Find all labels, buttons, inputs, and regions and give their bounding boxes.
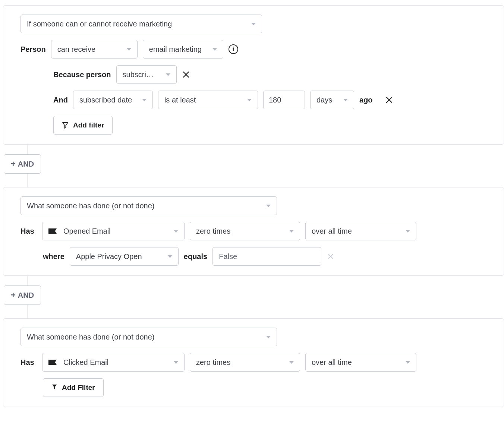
times-select[interactable]: zero times bbox=[190, 353, 300, 372]
and-connector-button-2[interactable]: + AND bbox=[4, 285, 41, 305]
condition-type-label: If someone can or cannot receive marketi… bbox=[27, 20, 242, 28]
chevron-down-icon bbox=[174, 361, 178, 364]
add-filter-button[interactable]: Add Filter bbox=[43, 378, 104, 397]
chevron-down-icon bbox=[266, 336, 271, 338]
metric-value: Opened Email bbox=[63, 227, 111, 236]
metric-value: Clicked Email bbox=[63, 358, 108, 367]
person-label: Person bbox=[21, 45, 46, 54]
range-value: over all time bbox=[312, 358, 397, 367]
chevron-down-icon bbox=[251, 23, 256, 25]
plus-icon: + bbox=[11, 291, 16, 299]
number-input[interactable] bbox=[263, 91, 305, 109]
has-label: Has bbox=[21, 227, 37, 236]
ago-label: ago bbox=[359, 96, 373, 104]
reason-select[interactable]: subscribed bbox=[116, 65, 177, 84]
range-value: over all time bbox=[312, 227, 397, 236]
chevron-down-icon bbox=[212, 48, 217, 51]
condition-type-select[interactable]: If someone can or cannot receive marketi… bbox=[21, 15, 262, 33]
equals-label: equals bbox=[184, 252, 207, 261]
chevron-down-icon bbox=[247, 99, 252, 101]
chevron-down-icon bbox=[174, 230, 178, 233]
plus-icon: + bbox=[11, 160, 16, 168]
range-select[interactable]: over all time bbox=[305, 222, 416, 240]
chevron-down-icon bbox=[289, 230, 294, 233]
and-label: And bbox=[53, 96, 68, 104]
unit-value: days bbox=[316, 96, 334, 104]
chevron-down-icon bbox=[127, 48, 131, 51]
metric-select[interactable]: Clicked Email bbox=[42, 353, 185, 372]
add-filter-label: Add Filter bbox=[62, 384, 95, 392]
chevron-down-icon bbox=[289, 361, 294, 364]
condition-block-opened-email: What someone has done (or not done) Has … bbox=[3, 187, 504, 276]
chevron-down-icon bbox=[343, 99, 348, 101]
remove-where-icon[interactable] bbox=[327, 252, 335, 261]
funnel-icon bbox=[62, 122, 69, 129]
and-connector-label: AND bbox=[18, 160, 34, 168]
has-label: Has bbox=[21, 358, 37, 367]
range-select[interactable]: over all time bbox=[305, 353, 416, 372]
condition-type-label: What someone has done (or not done) bbox=[27, 333, 257, 341]
condition-block-clicked-email: What someone has done (or not done) Has … bbox=[3, 318, 504, 407]
info-icon[interactable]: i bbox=[229, 44, 238, 54]
condition-type-select[interactable]: What someone has done (or not done) bbox=[21, 196, 277, 215]
remove-subcondition-icon[interactable] bbox=[182, 70, 190, 79]
condition-type-label: What someone has done (or not done) bbox=[27, 202, 257, 210]
channel-select[interactable]: email marketing bbox=[143, 40, 223, 59]
because-label: Because person bbox=[53, 70, 111, 79]
property-value: Apple Privacy Open bbox=[76, 252, 159, 261]
value-input[interactable]: False bbox=[212, 247, 321, 266]
where-label: where bbox=[43, 252, 64, 261]
condition-type-select[interactable]: What someone has done (or not done) bbox=[21, 328, 277, 346]
remove-date-condition-icon[interactable] bbox=[385, 96, 393, 104]
chevron-down-icon bbox=[406, 230, 410, 233]
funnel-icon bbox=[51, 384, 57, 392]
comparator-select[interactable]: is at least bbox=[158, 91, 258, 109]
reason-value: subscribed bbox=[123, 70, 157, 79]
unit-select[interactable]: days bbox=[310, 91, 354, 109]
times-value: zero times bbox=[196, 227, 280, 236]
chevron-down-icon bbox=[406, 361, 410, 364]
flag-icon bbox=[48, 228, 57, 234]
metric-select[interactable]: Opened Email bbox=[42, 222, 185, 240]
condition-block-marketing: If someone can or cannot receive marketi… bbox=[3, 5, 504, 145]
can-receive-select[interactable]: can receive bbox=[51, 40, 138, 59]
date-field-select[interactable]: subscribed date bbox=[73, 91, 153, 109]
comparator-value: is at least bbox=[164, 96, 238, 104]
chevron-down-icon bbox=[168, 255, 172, 258]
flag-icon bbox=[48, 360, 57, 365]
property-select[interactable]: Apple Privacy Open bbox=[70, 247, 179, 266]
chevron-down-icon bbox=[266, 205, 271, 207]
times-value: zero times bbox=[196, 358, 280, 367]
chevron-down-icon bbox=[142, 99, 147, 101]
and-connector-label: AND bbox=[18, 291, 34, 300]
times-select[interactable]: zero times bbox=[190, 222, 300, 240]
chevron-down-icon bbox=[166, 73, 170, 76]
and-connector-button-1[interactable]: + AND bbox=[4, 154, 41, 174]
date-field-value: subscribed date bbox=[79, 96, 133, 104]
can-receive-value: can receive bbox=[57, 45, 118, 54]
channel-value: email marketing bbox=[149, 45, 204, 54]
value-text: False bbox=[219, 252, 237, 261]
add-filter-label: Add filter bbox=[73, 121, 104, 129]
add-filter-button[interactable]: Add filter bbox=[53, 116, 113, 135]
